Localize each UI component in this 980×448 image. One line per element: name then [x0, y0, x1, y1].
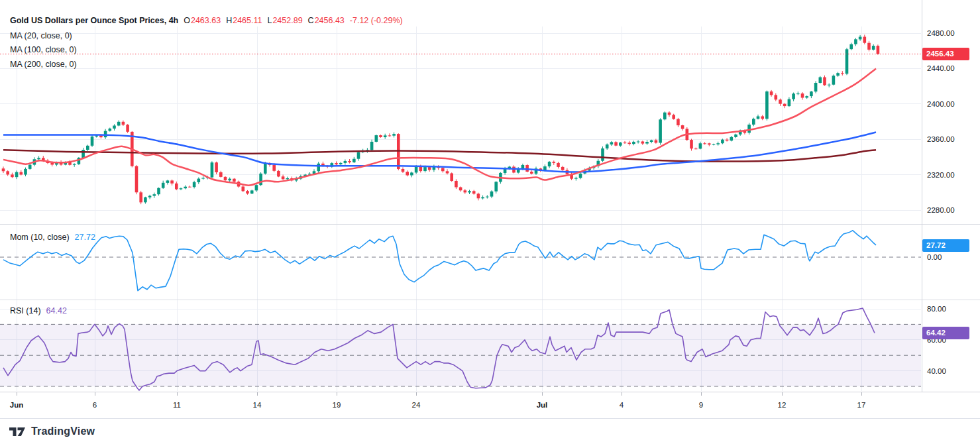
time-tick-label: 17	[857, 401, 866, 409]
ma20-legend[interactable]: MA (20, close, 0)	[10, 31, 72, 40]
price-tick-label: 2320.00	[927, 170, 955, 180]
rsi-tick-label: 40.00	[927, 366, 946, 376]
time-tick-label: 12	[778, 401, 787, 409]
tradingview-attribution[interactable]: TradingView	[9, 425, 95, 437]
price-tick-label: 2360.00	[927, 135, 955, 144]
price-change: -7.12 (-0.29%)	[350, 16, 403, 25]
time-tick-label: 24	[412, 401, 421, 409]
panel-separator-momentum[interactable]	[0, 224, 980, 225]
ohlc-high: H2465.11	[226, 16, 262, 25]
rsi-legend[interactable]: RSI (14) 64.42	[10, 306, 67, 315]
ohlc-close: C2456.43	[308, 16, 345, 25]
time-tick-label: 14	[253, 401, 262, 409]
rsi-value: 64.42	[46, 306, 67, 315]
momentum-tick-label: 0.00	[927, 252, 942, 262]
time-tick-label: 4	[620, 401, 624, 409]
time-tick-mark	[701, 392, 702, 396]
ma100-legend[interactable]: MA (100, close, 0)	[10, 45, 77, 54]
time-tick-label: 11	[173, 401, 181, 409]
ohlc-open: O2463.63	[184, 16, 221, 25]
time-tick-mark	[17, 392, 17, 396]
time-tick-label: 9	[699, 401, 703, 409]
panel-separator-rsi[interactable]	[0, 300, 980, 300]
last-price-badge: 2456.43	[922, 48, 969, 60]
rsi-value-badge: 64.42	[922, 327, 969, 339]
time-tick-mark	[177, 392, 178, 396]
time-tick-mark	[337, 392, 337, 396]
rsi-tick-label: 80.00	[927, 304, 946, 313]
symbol-title: Gold US Dollars per Ounce Spot Prices, 4…	[10, 16, 178, 25]
symbol-legend[interactable]: Gold US Dollars per Ounce Spot Prices, 4…	[10, 16, 403, 25]
time-tick-mark	[257, 392, 258, 396]
time-tick-mark	[622, 392, 622, 396]
time-tick-mark	[782, 392, 783, 396]
price-tick-label: 2480.00	[927, 28, 955, 38]
momentum-legend[interactable]: Mom (10, close) 27.72	[10, 233, 95, 242]
price-axis[interactable]: 2480.002440.002400.002360.002320.002280.…	[922, 0, 980, 418]
momentum-value-badge: 27.72	[922, 239, 969, 252]
time-tick-mark	[861, 392, 862, 396]
ohlc-low: L2452.89	[267, 16, 302, 25]
tradingview-wordmark: TradingView	[31, 425, 95, 437]
chart-window: Gold US Dollars per Ounce Spot Prices, 4…	[0, 0, 980, 448]
rsi-label: RSI (14)	[10, 306, 41, 315]
time-tick-label: Jul	[537, 401, 548, 409]
price-tick-label: 2440.00	[927, 64, 955, 73]
price-tick-label: 2400.00	[927, 99, 955, 109]
time-axis[interactable]: Jun611141924Jul491217	[0, 392, 980, 419]
price-tick-label: 2280.00	[927, 205, 955, 215]
time-tick-label: 19	[333, 401, 341, 409]
momentum-value: 27.72	[75, 233, 95, 242]
time-tick-label: Jun	[10, 401, 23, 409]
time-tick-label: 6	[93, 401, 97, 409]
tradingview-logo-icon	[9, 427, 26, 437]
time-tick-mark	[416, 392, 417, 396]
momentum-label: Mom (10, close)	[10, 233, 70, 242]
time-tick-mark	[95, 392, 95, 396]
time-tick-mark	[542, 392, 543, 396]
ma200-legend[interactable]: MA (200, close, 0)	[10, 60, 77, 69]
